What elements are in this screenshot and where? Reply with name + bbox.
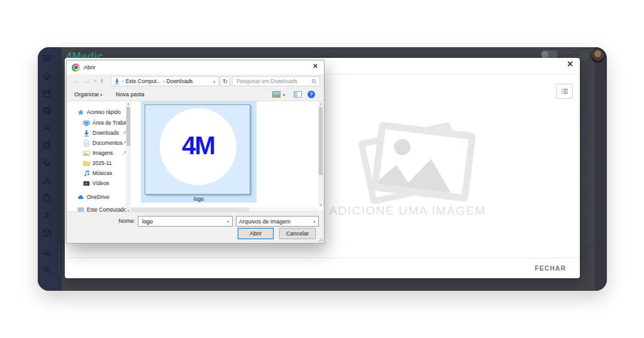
tree-item-downloads[interactable]: Downloads [83,128,119,137]
tree-item-2025-11[interactable]: 2025-11 [83,159,112,167]
breadcrumb-segment[interactable]: Downloads [167,78,193,84]
download-icon [83,130,90,137]
tree-item-onedrive[interactable]: OneDrive [77,193,109,201]
new-folder-button[interactable]: Nova pasta [116,91,145,98]
fechar-button[interactable]: FECHAR [535,264,566,272]
sidebar-scrollbar[interactable] [58,242,60,275]
preview-pane-button[interactable] [294,91,302,98]
tree-item-pictures[interactable]: Imagens [83,149,113,157]
resize-grip[interactable] [318,237,323,242]
dialog-close-icon[interactable]: × [313,61,318,70]
scissors-icon[interactable] [42,176,52,185]
help-button[interactable]: ? [308,91,315,98]
modal-footer: FECHAR [65,257,580,278]
close-icon[interactable]: × [567,59,573,70]
search-input[interactable] [235,77,311,85]
search-box[interactable] [232,76,320,86]
tree-item-quick-access[interactable]: Acesso rápido [77,108,121,116]
pictures-icon [83,150,90,157]
image-placeholder-icon [357,121,477,206]
breadcrumb[interactable]: › Este Comput... › Downloads ∨ [111,76,219,86]
dollar-icon[interactable]: $ [42,210,52,220]
file-type-select[interactable]: Arquivos de imagem ∨ [236,216,319,227]
dialog-footer: Nome: ∨ Arquivos de imagem ∨ Abrir Cance… [67,211,324,243]
phone-icon[interactable] [42,158,52,167]
avatar[interactable] [591,48,605,63]
address-dropdown-icon[interactable]: ∨ [213,79,216,84]
home-icon[interactable] [42,71,52,81]
folder-icon [83,160,90,167]
logo-circle: 4M [160,108,236,185]
tree-item-music[interactable]: Músicas [83,169,112,177]
list-view-button[interactable] [556,84,573,99]
list-icon [560,87,569,96]
video-icon [83,180,90,187]
organize-button[interactable]: Organizar▾ [74,91,103,98]
printer-icon[interactable] [42,106,52,115]
person-icon[interactable] [42,123,52,133]
chevron-down-icon: ∨ [311,219,316,223]
file-name-combo[interactable]: ∨ [138,216,233,227]
dropdown-icon: ▾ [101,93,103,97]
tree-item-desktop[interactable]: Área de Traba [83,118,126,127]
add-image-text: ADICIONE UMA IMAGEM [291,204,524,218]
list-scrollbar[interactable]: ∧ ∨ [318,101,323,207]
file-name-label: logo [141,196,257,202]
chevron-down-icon: ∨ [225,219,230,223]
cancel-button[interactable]: Cancelar [279,228,316,239]
music-icon [83,170,90,177]
up-button[interactable]: ↑ [100,77,104,85]
cloud-icon [77,194,84,201]
gear-icon[interactable] [42,265,52,274]
chart-icon[interactable] [42,246,52,256]
logo-preview-text: 4M [160,132,236,160]
document-icon [83,140,90,147]
file-name-input[interactable] [141,218,225,225]
file-thumbnail: 4M [145,104,250,194]
refresh-button[interactable]: ↻ [220,76,230,86]
name-label: Nome: [104,218,135,224]
dialog-toolbar: Organizar▾ Nova pasta ▾ ? [67,88,324,101]
sidebar: $ [38,47,62,291]
tree-item-documents[interactable]: Documentos [83,138,123,147]
back-button[interactable]: ← [72,77,79,85]
dialog-title-bar[interactable]: Abrir × [67,60,324,74]
folder-tree: Acesso rápido Área de Traba Downloads Do… [67,101,131,213]
tree-item-videos[interactable]: Vídeos [83,179,109,188]
clipboard-icon[interactable] [42,193,52,203]
search-icon [311,79,317,84]
download-arrow-icon [114,78,120,84]
tree-scrollbar[interactable]: ∧ ∨ [126,101,131,213]
calendar-icon[interactable] [42,89,52,98]
view-thumbnails-button[interactable] [272,91,280,98]
desktop-icon [83,120,90,127]
file-tile-logo[interactable]: 4M logo [141,101,257,203]
chrome-icon [72,64,80,72]
package-icon[interactable] [42,228,52,237]
view-dropdown-icon[interactable]: ▾ [283,93,285,97]
star-icon [77,109,84,116]
header-help-icon[interactable]: ? [580,52,587,60]
history-dropdown-icon[interactable]: ∨ [94,78,96,82]
file-open-dialog: Abrir × ← → ∨ ↑ › Este Comput... › Downl… [66,60,325,244]
dialog-nav-bar: ← → ∨ ↑ › Este Comput... › Downloads ∨ ↻ [67,74,324,88]
background-scroll-strip [595,47,607,291]
breadcrumb-segment[interactable]: Este Comput... [126,78,161,84]
dialog-main: Acesso rápido Área de Traba Downloads Do… [67,101,323,213]
screenshot-root: { "brand": { "name": "4Medic" }, "icons"… [0,0,644,338]
forward-button[interactable]: → [84,77,91,85]
open-button[interactable]: Abrir [238,228,274,239]
menu-icon[interactable] [42,54,52,63]
at-sign-icon[interactable] [42,140,52,150]
dialog-title: Abrir [84,64,96,70]
